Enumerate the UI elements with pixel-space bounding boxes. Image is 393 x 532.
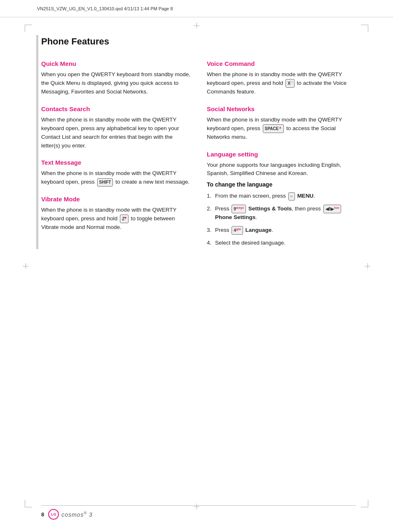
step-3-after: Language. <box>244 227 273 233</box>
space-key: SPACE▲ <box>263 124 284 133</box>
step-2-body: Press 9wxyz Settings & Tools, then press… <box>215 205 356 222</box>
left-column: Quick Menu When you open the QWERTY keyb… <box>41 60 190 257</box>
language-setting-title: Language setting <box>207 151 356 158</box>
step-1-after: MENU. <box>296 193 315 199</box>
cross-top <box>194 23 199 28</box>
x-key: X□ <box>285 79 295 88</box>
step-3: 3. Press 4ghi Language. <box>207 226 356 235</box>
corner-mark-tr <box>361 25 368 32</box>
cross-right <box>365 263 370 269</box>
footer: 8 LG cosmos® 3 <box>41 505 356 520</box>
voice-command-title: Voice Command <box>207 60 356 67</box>
step-1-num: 1. <box>207 192 213 201</box>
z-key: Z■ <box>120 215 129 223</box>
header-text: VN251S_VZW_UG_EN_V1.0_130410.qxd 4/11/13… <box>37 6 173 11</box>
step-1: 1. From the main screen, press ○ MENU. <box>207 192 356 201</box>
section-text-message: Text Message When the phone is in standb… <box>41 159 190 187</box>
section-voice-command: Voice Command When the phone is in stand… <box>207 60 356 96</box>
text-message-title: Text Message <box>41 159 190 166</box>
lg-logo: LG <box>48 509 59 520</box>
quick-menu-title: Quick Menu <box>41 60 190 67</box>
footer-logo: LG cosmos® 3 <box>48 509 93 520</box>
page-content: Phone Features Quick Menu When you open … <box>41 36 356 491</box>
voice-command-body: When the phone is in standby mode with t… <box>207 70 356 96</box>
step-2-num: 2. <box>207 205 213 213</box>
section-language-setting: Language setting Your phone supports fou… <box>207 151 356 247</box>
step-1-before: From the main screen, press <box>215 193 288 199</box>
language-steps: 1. From the main screen, press ○ MENU. 2… <box>207 192 356 247</box>
corner-mark-bl <box>25 500 32 507</box>
footer-page-number: 8 <box>41 511 44 518</box>
settings-key: 9wxyz <box>232 205 246 213</box>
left-accent-bar <box>36 35 38 249</box>
vibrate-mode-body: When the phone is in standby mode with t… <box>41 206 190 232</box>
menu-key: ○ <box>288 192 295 201</box>
vibrate-mode-title: Vibrate Mode <box>41 196 190 203</box>
language-key: 4ghi <box>232 226 243 235</box>
step-1-body: From the main screen, press ○ MENU. <box>215 192 315 201</box>
language-change-section: To change the language 1. From the main … <box>207 181 356 247</box>
step-3-before: Press <box>215 227 231 233</box>
section-social-networks: Social Networks When the phone is in sta… <box>207 105 356 142</box>
step-2-after: Phone Settings. <box>215 214 257 220</box>
section-vibrate-mode: Vibrate Mode When the phone is in standb… <box>41 196 190 232</box>
header-bar: VN251S_VZW_UG_EN_V1.0_130410.qxd 4/11/13… <box>0 0 393 17</box>
language-subtitle: To change the language <box>207 181 356 188</box>
step-3-num: 3. <box>207 226 213 235</box>
cross-left <box>23 263 28 269</box>
step-2: 2. Press 9wxyz Settings & Tools, then pr… <box>207 205 356 222</box>
step-3-body: Press 4ghi Language. <box>215 226 273 235</box>
shift-key: SHIFT <box>97 178 113 187</box>
quick-menu-body: When you open the QWERTY keyboard from s… <box>41 70 190 96</box>
section-contacts-search: Contacts Search When the phone is in sta… <box>41 105 190 150</box>
language-intro: Your phone supports four languages inclu… <box>207 161 356 178</box>
contacts-search-body: When the phone is in standby mode with t… <box>41 116 190 150</box>
section-quick-menu: Quick Menu When you open the QWERTY keyb… <box>41 60 190 96</box>
two-column-layout: Quick Menu When you open the QWERTY keyb… <box>41 60 356 257</box>
step-2-before: Press <box>215 205 231 212</box>
corner-mark-br <box>361 500 368 507</box>
social-networks-body: When the phone is in standby mode with t… <box>207 116 356 142</box>
page-title: Phone Features <box>41 36 356 49</box>
text-message-body: When the phone is in standby mode with t… <box>41 169 190 187</box>
social-networks-title: Social Networks <box>207 105 356 112</box>
text-message-body-after: to create a new text message. <box>114 179 189 185</box>
step-4: 4. Select the desired language. <box>207 239 356 247</box>
cosmos-brand: cosmos® 3 <box>61 511 93 518</box>
right-column: Voice Command When the phone is in stand… <box>207 60 356 257</box>
contacts-search-title: Contacts Search <box>41 105 190 112</box>
step-2-mid: Settings & Tools, then press <box>247 205 323 212</box>
phone-settings-key: ◀8▶tuv <box>323 205 342 213</box>
step-4-num: 4. <box>207 239 213 247</box>
corner-mark-tl <box>25 25 32 32</box>
step-4-body: Select the desired language. <box>215 239 285 247</box>
